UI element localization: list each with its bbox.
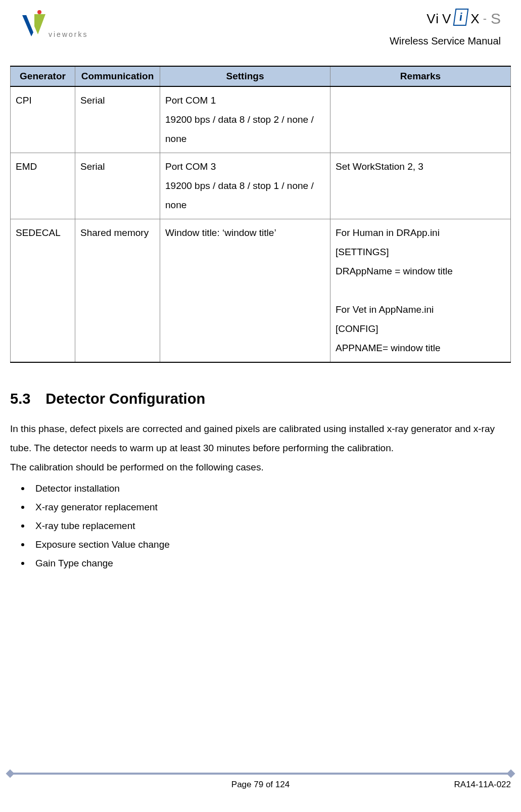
generator-settings-table: Generator Communication Settings Remarks… [10,66,511,363]
cell-settings: Port COM 1 19200 bps / data 8 / stop 2 /… [160,86,330,153]
list-item: Detector installation [10,479,511,498]
cell-generator: CPI [11,86,75,153]
vivix-text-x: X [470,11,480,27]
list-item: X-ray tube replacement [10,516,511,535]
cell-settings: Port COM 3 19200 bps / data 8 / stop 1 /… [160,153,330,219]
page-header: vieworks Vi V i X - S Wireless Service M… [10,10,511,56]
section-paragraph: In this phase, defect pixels are correct… [10,419,511,477]
svg-point-0 [37,10,41,14]
table-row: CPI Serial Port COM 1 19200 bps / data 8… [11,86,511,153]
vivix-logo: Vi V i X - S [427,10,501,27]
cell-remarks: Set WorkStation 2, 3 [330,153,511,219]
vieworks-logo: vieworks [20,10,88,40]
table-row: EMD Serial Port COM 3 19200 bps / data 8… [11,153,511,219]
vivix-s: S [491,10,501,27]
footer-rule-icon [10,773,511,775]
bullet-list: Detector installation X-ray generator re… [10,479,511,572]
cell-remarks [330,86,511,153]
col-header-remarks: Remarks [330,66,511,86]
page: vieworks Vi V i X - S Wireless Service M… [0,0,521,812]
section-heading: 5.3Detector Configuration [10,391,511,407]
table-header-row: Generator Communication Settings Remarks [11,66,511,86]
col-header-settings: Settings [160,66,330,86]
list-item: Gain Type change [10,554,511,572]
vieworks-logo-text: vieworks [49,30,88,38]
list-item: X-ray generator replacement [10,498,511,516]
list-item: Exposure section Value change [10,535,511,554]
col-header-generator: Generator [11,66,75,86]
vivix-box-icon: i [453,9,469,26]
page-footer: Page 79 of 124 RA14-11A-022 [10,773,511,790]
table-row: SEDECAL Shared memory Window title: ‘win… [11,219,511,363]
section-number: 5.3 [10,391,30,407]
cell-communication: Serial [75,86,160,153]
cell-remarks: For Human in DRApp.ini [SETTINGS] DRAppN… [330,219,511,363]
vieworks-mark-icon [20,10,46,40]
page-number: Page 79 of 124 [10,780,511,790]
cell-generator: SEDECAL [11,219,75,363]
section-title: Detector Configuration [45,391,205,407]
col-header-communication: Communication [75,66,160,86]
cell-communication: Shared memory [75,219,160,363]
cell-settings: Window title: ‘window title’ [160,219,330,363]
page-content: Generator Communication Settings Remarks… [10,66,511,572]
document-title: Wireless Service Manual [390,35,501,47]
vivix-text-vi: Vi [427,11,439,27]
vivix-dash: - [483,12,487,25]
vivix-text-v: V [442,11,451,27]
cell-generator: EMD [11,153,75,219]
cell-communication: Serial [75,153,160,219]
